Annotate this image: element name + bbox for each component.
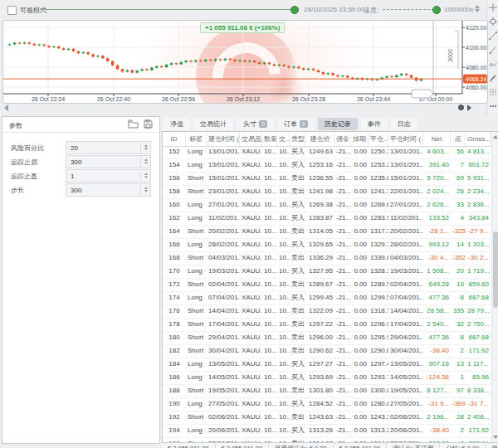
tab-净值[interactable]: 净值: [164, 118, 190, 130]
table-cell: 156: [163, 173, 186, 185]
table-cell: 4: [451, 212, 466, 225]
column-header[interactable]: Net: [423, 132, 451, 146]
tab-日志[interactable]: 日志: [391, 118, 417, 130]
table-cell: 29/04/201...: [207, 332, 240, 344]
table-cell: Long: [186, 265, 207, 278]
parameter-stepper[interactable]: [140, 157, 150, 167]
column-header[interactable]: 点: [451, 132, 466, 146]
tab-事件[interactable]: 事件: [361, 118, 388, 130]
parameter-stepper[interactable]: [140, 171, 150, 181]
table-vertical-scrollbar[interactable]: [491, 132, 498, 442]
table-row[interactable]: 168Short04/03/201...XAUU...10...10...卖出1…: [163, 252, 491, 265]
parameter-input[interactable]: 300: [66, 183, 151, 197]
table-cell: 19/05/201...: [388, 385, 423, 397]
table-cell: 28 58...: [423, 305, 451, 318]
chart-scroll-left-icon[interactable]: [4, 105, 8, 111]
column-header[interactable]: 交...: [277, 132, 290, 146]
visual-mode-label: 可视模式: [20, 6, 46, 15]
table-cell: 1236.55: [306, 173, 334, 185]
table-row[interactable]: 180Short29/04/201...XAUU...10...10...卖出1…: [163, 332, 491, 345]
table-cell: XAUU...: [240, 239, 262, 251]
time-progress-handle[interactable]: [290, 6, 299, 14]
table-row[interactable]: 172Short02/04/201...XAUU...10...10...卖出1…: [163, 279, 491, 292]
marker-icon[interactable]: [487, 71, 498, 85]
column-header[interactable]: 类型: [290, 132, 306, 146]
table-cell: -21...: [334, 239, 351, 251]
brush-icon[interactable]: [487, 56, 498, 71]
save-icon[interactable]: [144, 119, 153, 129]
table-cell: 10...: [262, 411, 277, 424]
parameter-input[interactable]: 20: [66, 141, 151, 154]
table-row[interactable]: 182Short30/04/201...XAUU...10...10...卖出1…: [163, 345, 491, 358]
table-row[interactable]: 156Short15/01/201...XAUU...10...10...卖出1…: [163, 173, 491, 186]
crosshair-icon[interactable]: [487, 0, 498, 14]
table-row[interactable]: 160Long27/01/201...XAUU...10...10...买入12…: [163, 199, 491, 212]
table-row[interactable]: 166Long28/02/201...XAUU...10...10...买入13…: [163, 239, 491, 252]
table-cell: 14/05/201...: [388, 372, 423, 384]
column-header[interactable]: 掉期: [351, 132, 369, 146]
time-progress-slider[interactable]: [45, 9, 294, 10]
parameter-stepper[interactable]: [140, 185, 150, 195]
parameter-input[interactable]: 300: [66, 155, 151, 168]
column-header[interactable]: 建仓价: [306, 132, 334, 146]
tab-label: 日志: [398, 119, 411, 129]
tab-交易统计[interactable]: 交易统计: [193, 118, 233, 130]
table-cell: 10...: [262, 265, 277, 278]
scroll-thumb[interactable]: [493, 231, 498, 308]
tab-历史记录[interactable]: 历史记录: [318, 118, 358, 130]
table-row[interactable]: 174Long07/04/201...XAUU...10...10...买入12…: [163, 292, 491, 305]
column-header[interactable]: 佣金: [334, 132, 351, 146]
table-cell: 174: [163, 292, 186, 304]
speed-stepper[interactable]: [473, 4, 481, 14]
tab-label: 净值: [170, 119, 183, 129]
table-row[interactable]: 152Long13/01/201...XAUU...10...10...买入12…: [163, 146, 491, 159]
chart-scroll-right-icon[interactable]: [467, 105, 471, 111]
grid-dots-icon[interactable]: [487, 85, 498, 99]
column-header[interactable]: 标签: [186, 132, 207, 146]
table-row[interactable]: 184Long13/05/201...XAUU...10...10...买入12…: [163, 358, 491, 372]
price-chart[interactable]: 4120.004100.004080.004060.004068.2426 Oc…: [2, 20, 488, 104]
scroll-down-icon[interactable]: [493, 436, 498, 439]
table-row[interactable]: 170Long19/03/201...XAUU...10...10...买入13…: [163, 265, 491, 279]
parameter-input[interactable]: 1: [66, 169, 151, 183]
table-row[interactable]: 158Short23/01/201...XAUU...10...10...卖出1…: [163, 186, 491, 199]
column-header[interactable]: 交易品种: [240, 132, 262, 146]
table-row[interactable]: 186Long14/05/201...XAUU...10...10...买入12…: [163, 372, 491, 385]
table-row[interactable]: 192Short02/06/201...XAUU...10...10...卖出1…: [163, 411, 491, 425]
table-row[interactable]: 176Short14/04/201...XAUU...10...10...卖出1…: [163, 305, 491, 319]
column-header[interactable]: 建仓时间 (...: [207, 132, 240, 146]
open-folder-icon[interactable]: [128, 119, 139, 129]
scroll-up-icon[interactable]: [493, 135, 498, 139]
table-row[interactable]: 154Long13/01/201...XAUU...10...10...买入12…: [163, 159, 491, 173]
table-row[interactable]: 188Short19/05/201...XAUU...10...10...卖出1…: [163, 385, 491, 398]
target-icon[interactable]: [487, 14, 498, 28]
table-cell: 13/01/201...: [207, 146, 240, 158]
table-cell: 1 117...: [466, 358, 491, 371]
tab-订单[interactable]: 订单0: [277, 118, 315, 130]
parameter-stepper[interactable]: [140, 143, 150, 153]
table-row[interactable]: 194Long20/06/201...XAUU...10...10...买入13…: [163, 425, 491, 438]
trendline-icon[interactable]: [487, 28, 498, 42]
column-header[interactable]: ID: [163, 132, 186, 146]
speed-slider-handle[interactable]: [432, 6, 441, 14]
column-header[interactable]: 平仓...: [369, 132, 388, 146]
pen-icon[interactable]: [487, 42, 498, 56]
table-cell: 15/01/201...: [207, 173, 240, 185]
visual-mode-checkbox[interactable]: [7, 6, 17, 15]
speed-slider[interactable]: [383, 9, 434, 10]
table-row[interactable]: 164Short20/02/201...XAUU...10...10...卖出1…: [163, 226, 491, 239]
table-cell: 20/02/201...: [207, 226, 240, 238]
more-icon[interactable]: [487, 99, 498, 113]
column-header[interactable]: 平仓时间 (...: [388, 132, 423, 146]
tab-头寸[interactable]: 头寸0: [237, 118, 274, 130]
table-cell: Short: [186, 345, 207, 358]
table-row[interactable]: 178Short17/04/201...XAUU...10...10...卖出1…: [163, 319, 491, 332]
column-header[interactable]: Gross...: [466, 132, 491, 146]
table-cell: 391.40: [423, 159, 451, 172]
table-row[interactable]: 190Long27/05/201...XAUU...10...10...买入12…: [163, 398, 491, 411]
table-cell: 1300.83: [369, 385, 388, 397]
table-row[interactable]: 162Long11/02/201...XAUU...10...10...买入12…: [163, 212, 491, 226]
chart-scroll-thumb[interactable]: [458, 105, 464, 110]
column-header[interactable]: 数量: [262, 132, 277, 146]
table-cell: 0.00: [351, 292, 369, 304]
